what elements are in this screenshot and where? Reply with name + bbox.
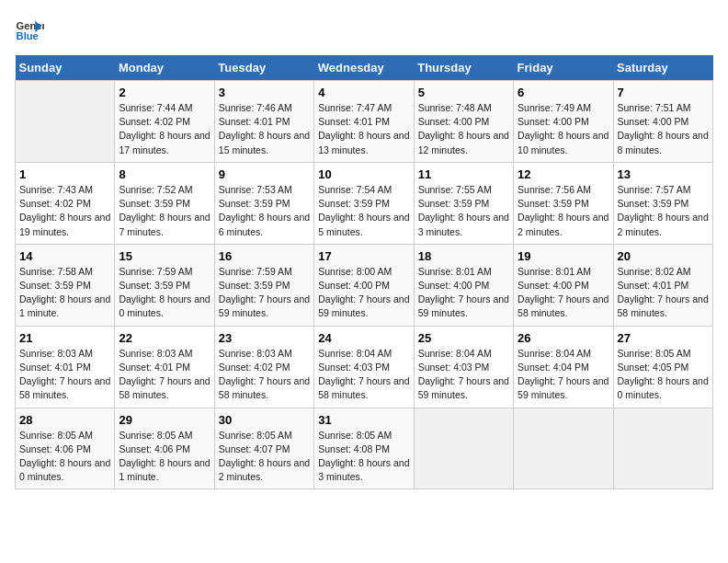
day-info: Sunrise: 7:53 AM Sunset: 3:59 PM Dayligh… — [219, 183, 310, 239]
day-number: 1 — [19, 167, 110, 181]
day-info: Sunrise: 7:43 AM Sunset: 4:02 PM Dayligh… — [19, 183, 110, 239]
calendar-cell: 13 Sunrise: 7:57 AM Sunset: 3:59 PM Dayl… — [613, 162, 712, 244]
day-info: Sunrise: 8:03 AM Sunset: 4:02 PM Dayligh… — [219, 347, 310, 403]
day-number: 16 — [219, 249, 310, 263]
day-info: Sunrise: 7:59 AM Sunset: 3:59 PM Dayligh… — [119, 265, 210, 321]
svg-text:Blue: Blue — [17, 30, 39, 41]
calendar-cell: 10 Sunrise: 7:54 AM Sunset: 3:59 PM Dayl… — [314, 162, 414, 244]
day-info: Sunrise: 7:57 AM Sunset: 3:59 PM Dayligh… — [618, 183, 709, 239]
calendar-cell: 8 Sunrise: 7:52 AM Sunset: 3:59 PM Dayli… — [115, 162, 214, 244]
dow-header: Friday — [514, 55, 613, 81]
day-number: 11 — [418, 167, 509, 181]
calendar-cell: 19 Sunrise: 8:01 AM Sunset: 4:00 PM Dayl… — [514, 244, 613, 326]
calendar-week: 2 Sunrise: 7:44 AM Sunset: 4:02 PM Dayli… — [16, 81, 713, 163]
day-info: Sunrise: 7:49 AM Sunset: 4:00 PM Dayligh… — [518, 101, 609, 157]
calendar-cell: 28 Sunrise: 8:05 AM Sunset: 4:06 PM Dayl… — [16, 408, 115, 489]
day-info: Sunrise: 7:46 AM Sunset: 4:01 PM Dayligh… — [219, 101, 310, 157]
calendar-cell: 2 Sunrise: 7:44 AM Sunset: 4:02 PM Dayli… — [115, 81, 214, 163]
calendar-cell: 12 Sunrise: 7:56 AM Sunset: 3:59 PM Dayl… — [514, 162, 613, 244]
calendar-cell: 23 Sunrise: 8:03 AM Sunset: 4:02 PM Dayl… — [214, 326, 313, 408]
dow-header: Wednesday — [314, 55, 414, 81]
day-info: Sunrise: 8:05 AM Sunset: 4:05 PM Dayligh… — [618, 347, 709, 403]
day-info: Sunrise: 8:05 AM Sunset: 4:06 PM Dayligh… — [19, 429, 110, 485]
calendar-cell: 30 Sunrise: 8:05 AM Sunset: 4:07 PM Dayl… — [214, 408, 313, 489]
day-info: Sunrise: 7:44 AM Sunset: 4:02 PM Dayligh… — [119, 101, 210, 157]
day-number: 14 — [19, 249, 110, 263]
calendar-cell: 31 Sunrise: 8:05 AM Sunset: 4:08 PM Dayl… — [314, 408, 414, 489]
day-info: Sunrise: 7:54 AM Sunset: 3:59 PM Dayligh… — [318, 183, 409, 239]
calendar-cell: 6 Sunrise: 7:49 AM Sunset: 4:00 PM Dayli… — [514, 81, 613, 163]
calendar-cell — [16, 81, 115, 163]
day-info: Sunrise: 7:59 AM Sunset: 3:59 PM Dayligh… — [219, 265, 310, 321]
day-info: Sunrise: 8:05 AM Sunset: 4:07 PM Dayligh… — [219, 429, 310, 485]
day-number: 27 — [618, 331, 709, 345]
day-number: 8 — [119, 167, 210, 181]
calendar-table: SundayMondayTuesdayWednesdayThursdayFrid… — [15, 55, 713, 489]
day-info: Sunrise: 8:05 AM Sunset: 4:06 PM Dayligh… — [119, 429, 210, 485]
calendar-cell: 20 Sunrise: 8:02 AM Sunset: 4:01 PM Dayl… — [613, 244, 712, 326]
day-info: Sunrise: 8:01 AM Sunset: 4:00 PM Dayligh… — [518, 265, 609, 321]
day-number: 12 — [518, 167, 609, 181]
calendar-cell: 27 Sunrise: 8:05 AM Sunset: 4:05 PM Dayl… — [613, 326, 712, 408]
day-number: 26 — [518, 331, 609, 345]
calendar-cell: 18 Sunrise: 8:01 AM Sunset: 4:00 PM Dayl… — [414, 244, 513, 326]
calendar-cell: 17 Sunrise: 8:00 AM Sunset: 4:00 PM Dayl… — [314, 244, 414, 326]
day-number: 19 — [518, 249, 609, 263]
calendar-cell — [613, 408, 712, 489]
dow-header: Thursday — [414, 55, 513, 81]
day-number: 28 — [19, 413, 110, 427]
day-info: Sunrise: 8:04 AM Sunset: 4:04 PM Dayligh… — [518, 347, 609, 403]
day-info: Sunrise: 7:48 AM Sunset: 4:00 PM Dayligh… — [418, 101, 509, 157]
calendar-week: 14 Sunrise: 7:58 AM Sunset: 3:59 PM Dayl… — [16, 244, 713, 326]
calendar-cell — [414, 408, 513, 489]
day-info: Sunrise: 7:56 AM Sunset: 3:59 PM Dayligh… — [518, 183, 609, 239]
calendar-cell: 26 Sunrise: 8:04 AM Sunset: 4:04 PM Dayl… — [514, 326, 613, 408]
day-info: Sunrise: 8:05 AM Sunset: 4:08 PM Dayligh… — [318, 429, 409, 485]
day-number: 5 — [418, 86, 509, 99]
day-number: 15 — [119, 249, 210, 263]
day-number: 25 — [418, 331, 509, 345]
day-number: 13 — [618, 167, 709, 181]
day-number: 6 — [518, 86, 609, 99]
dow-header: Sunday — [16, 55, 115, 81]
day-info: Sunrise: 8:00 AM Sunset: 4:00 PM Dayligh… — [318, 265, 409, 321]
day-info: Sunrise: 8:03 AM Sunset: 4:01 PM Dayligh… — [19, 347, 110, 403]
logo-icon: General Blue — [15, 15, 44, 44]
day-info: Sunrise: 7:47 AM Sunset: 4:01 PM Dayligh… — [318, 101, 409, 157]
day-number: 9 — [219, 167, 310, 181]
calendar-cell: 14 Sunrise: 7:58 AM Sunset: 3:59 PM Dayl… — [16, 244, 115, 326]
day-info: Sunrise: 8:04 AM Sunset: 4:03 PM Dayligh… — [318, 347, 409, 403]
calendar-cell: 16 Sunrise: 7:59 AM Sunset: 3:59 PM Dayl… — [214, 244, 313, 326]
calendar-cell — [514, 408, 613, 489]
logo: General Blue — [15, 15, 44, 44]
page-header: General Blue — [15, 15, 713, 44]
calendar-cell: 29 Sunrise: 8:05 AM Sunset: 4:06 PM Dayl… — [115, 408, 214, 489]
dow-header: Saturday — [613, 55, 712, 81]
day-number: 7 — [618, 86, 709, 99]
day-number: 2 — [119, 86, 210, 99]
day-number: 20 — [618, 249, 709, 263]
calendar-cell: 7 Sunrise: 7:51 AM Sunset: 4:00 PM Dayli… — [613, 81, 712, 163]
day-number: 17 — [318, 249, 409, 263]
day-info: Sunrise: 7:51 AM Sunset: 4:00 PM Dayligh… — [618, 101, 709, 157]
calendar-week: 1 Sunrise: 7:43 AM Sunset: 4:02 PM Dayli… — [16, 162, 713, 244]
calendar-cell: 24 Sunrise: 8:04 AM Sunset: 4:03 PM Dayl… — [314, 326, 414, 408]
day-info: Sunrise: 7:55 AM Sunset: 3:59 PM Dayligh… — [418, 183, 509, 239]
calendar-cell: 4 Sunrise: 7:47 AM Sunset: 4:01 PM Dayli… — [314, 81, 414, 163]
calendar-week: 28 Sunrise: 8:05 AM Sunset: 4:06 PM Dayl… — [16, 408, 713, 489]
day-number: 3 — [219, 86, 310, 99]
day-info: Sunrise: 8:04 AM Sunset: 4:03 PM Dayligh… — [418, 347, 509, 403]
calendar-cell: 5 Sunrise: 7:48 AM Sunset: 4:00 PM Dayli… — [414, 81, 513, 163]
day-number: 21 — [19, 331, 110, 345]
calendar-cell: 3 Sunrise: 7:46 AM Sunset: 4:01 PM Dayli… — [214, 81, 313, 163]
day-number: 23 — [219, 331, 310, 345]
day-number: 22 — [119, 331, 210, 345]
calendar-cell: 25 Sunrise: 8:04 AM Sunset: 4:03 PM Dayl… — [414, 326, 513, 408]
day-number: 31 — [318, 413, 409, 427]
day-info: Sunrise: 8:03 AM Sunset: 4:01 PM Dayligh… — [119, 347, 210, 403]
calendar-cell: 11 Sunrise: 7:55 AM Sunset: 3:59 PM Dayl… — [414, 162, 513, 244]
day-number: 24 — [318, 331, 409, 345]
calendar-cell: 1 Sunrise: 7:43 AM Sunset: 4:02 PM Dayli… — [16, 162, 115, 244]
calendar-cell: 15 Sunrise: 7:59 AM Sunset: 3:59 PM Dayl… — [115, 244, 214, 326]
day-info: Sunrise: 7:52 AM Sunset: 3:59 PM Dayligh… — [119, 183, 210, 239]
